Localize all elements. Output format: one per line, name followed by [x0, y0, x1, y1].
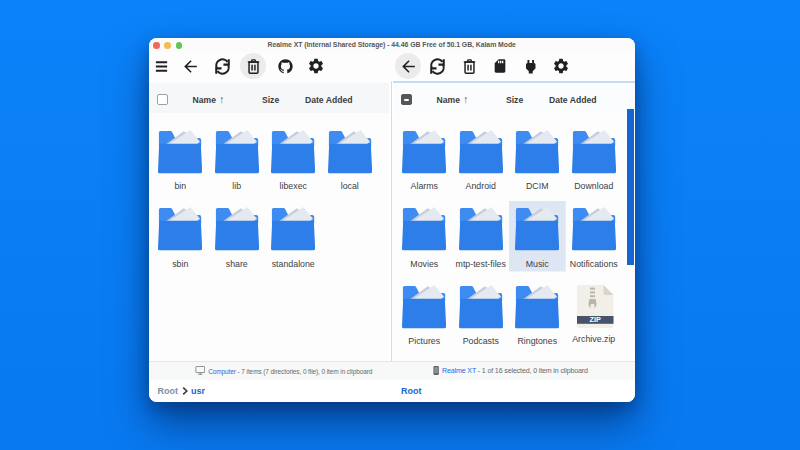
svg-text:ZIP: ZIP [590, 315, 601, 324]
